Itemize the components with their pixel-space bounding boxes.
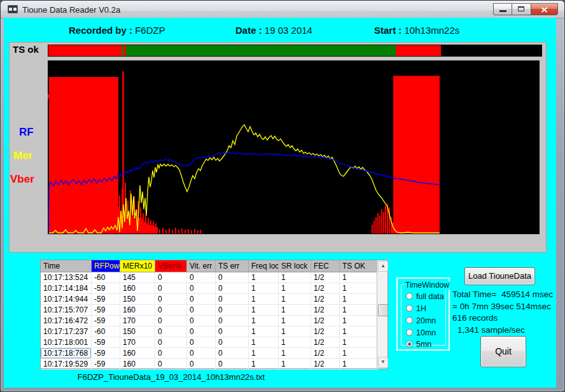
table-cell[interactable]: 1 (249, 359, 279, 370)
maximize-button[interactable] (512, 3, 531, 15)
table-cell[interactable]: 10:17:15:707 (41, 305, 92, 316)
table-cell[interactable]: 1 (279, 294, 311, 305)
column-header[interactable]: TS err (216, 260, 249, 272)
table-row[interactable]: 10:17:14:944-59150000111/21 (41, 294, 387, 305)
table-cell[interactable]: 1/2 (311, 359, 340, 370)
table-cell[interactable]: 170 (120, 316, 155, 326)
table-row[interactable]: 10:17:17:237-60150000111/21 (41, 326, 387, 337)
table-cell[interactable]: 1 (279, 305, 311, 316)
table-cell[interactable]: 1 (340, 326, 378, 337)
table-cell[interactable]: 1/2 (311, 337, 340, 348)
table-cell[interactable]: 1 (340, 283, 378, 294)
table-cell[interactable]: 0 (216, 359, 249, 370)
table-cell[interactable]: 0 (216, 348, 249, 359)
table-cell[interactable]: 150 (120, 294, 155, 305)
table-cell[interactable]: 10:17:18:768 (41, 348, 92, 359)
table-cell[interactable]: 1/2 (311, 294, 340, 305)
table-cell[interactable]: -59 (92, 316, 120, 326)
table-cell[interactable]: 160 (120, 348, 155, 359)
table-cell[interactable]: 0 (187, 272, 216, 283)
table-cell[interactable]: 1 (249, 294, 279, 305)
table-cell[interactable]: 0 (187, 283, 216, 294)
table-cell[interactable]: 1 (340, 337, 378, 348)
table-cell[interactable]: 1/2 (311, 283, 340, 294)
table-cell[interactable]: 0 (155, 348, 187, 359)
table-cell[interactable]: 1 (279, 359, 311, 370)
table-cell[interactable]: 1 (249, 337, 279, 348)
scrollbar-thumb[interactable] (378, 304, 388, 316)
minimize-button[interactable] (493, 3, 512, 15)
radio-icon[interactable] (406, 317, 413, 324)
radio-selected-icon[interactable] (406, 340, 413, 347)
column-header[interactable]: VBer% (155, 260, 187, 272)
table-cell[interactable]: -60 (92, 272, 120, 283)
table-cell[interactable]: 160 (120, 305, 155, 316)
table-cell[interactable]: 1 (340, 348, 378, 359)
table-cell[interactable]: 0 (187, 316, 216, 326)
load-tiounedata-button[interactable]: Load TiouneData (464, 267, 535, 285)
table-cell[interactable]: 1 (279, 326, 311, 337)
quit-button[interactable]: Quit (480, 336, 526, 367)
column-header[interactable]: RFPower (92, 260, 120, 272)
table-cell[interactable]: 10:17:14:944 (41, 294, 92, 305)
table-cell[interactable]: 1 (249, 326, 279, 337)
scroll-down-icon[interactable]: ▼ (378, 357, 388, 368)
scroll-up-icon[interactable]: ▲ (378, 261, 388, 272)
table-cell[interactable]: 170 (120, 337, 155, 348)
table-cell[interactable]: 1/2 (311, 348, 340, 359)
table-cell[interactable]: 0 (155, 294, 187, 305)
table-row[interactable]: 10:17:16:472-59170000111/21 (41, 316, 387, 326)
radio-icon[interactable] (406, 329, 413, 336)
table-cell[interactable]: -60 (92, 326, 120, 337)
column-header[interactable]: SR lock (279, 260, 311, 272)
table-cell[interactable]: 10:17:17:237 (41, 326, 92, 337)
close-button[interactable] (531, 3, 558, 15)
table-row[interactable]: 10:17:19:529-59160000111/21 (41, 359, 387, 370)
table-cell[interactable]: 0 (155, 272, 187, 283)
column-header[interactable]: Freq lock (249, 260, 279, 272)
table-cell[interactable]: 1/2 (311, 305, 340, 316)
table-cell[interactable]: -59 (92, 305, 120, 316)
table-cell[interactable]: 145 (120, 272, 155, 283)
table-row[interactable]: 10:17:13:524-60145000111/21 (41, 272, 387, 283)
column-header[interactable]: Vit. err (187, 260, 216, 272)
table-cell[interactable]: -59 (92, 359, 120, 370)
table-row[interactable]: 10:17:18:768-59160000111/21 (41, 348, 387, 359)
table-cell[interactable]: 0 (155, 305, 187, 316)
table-cell[interactable]: 1 (279, 272, 311, 283)
table-scrollbar[interactable]: ▲ ▼ (377, 260, 387, 368)
table-cell[interactable]: 1 (279, 283, 311, 294)
table-cell[interactable]: 1 (249, 272, 279, 283)
table-cell[interactable]: 10:17:13:524 (41, 272, 92, 283)
table-cell[interactable]: 1 (249, 283, 279, 294)
table-cell[interactable]: 0 (187, 294, 216, 305)
table-row[interactable]: 10:17:14:184-59160000111/21 (41, 283, 387, 294)
table-cell[interactable]: 10:17:18:001 (41, 337, 92, 348)
table-cell[interactable]: 1 (249, 316, 279, 326)
table-cell[interactable]: -59 (92, 294, 120, 305)
table-cell[interactable]: 0 (155, 359, 187, 370)
table-cell[interactable]: 0 (187, 326, 216, 337)
table-cell[interactable]: 1/2 (311, 316, 340, 326)
table-cell[interactable]: 1 (279, 337, 311, 348)
table-cell[interactable]: 0 (155, 316, 187, 326)
table-cell[interactable]: 0 (155, 337, 187, 348)
table-cell[interactable]: 10:17:16:472 (41, 316, 92, 326)
table-cell[interactable]: -59 (92, 283, 120, 294)
table-cell[interactable]: 10:17:14:184 (41, 283, 92, 294)
table-cell[interactable]: 1 (249, 305, 279, 316)
table-cell[interactable]: 1 (340, 316, 378, 326)
column-header[interactable]: MERx10 (120, 260, 155, 272)
table-row[interactable]: 10:17:15:707-59160000111/21 (41, 305, 387, 316)
table-cell[interactable]: 0 (216, 305, 249, 316)
table-cell[interactable]: 0 (216, 316, 249, 326)
column-header[interactable]: TS OK (340, 260, 378, 272)
table-cell[interactable]: 0 (155, 326, 187, 337)
table-cell[interactable]: 0 (216, 294, 249, 305)
table-row[interactable]: 10:17:18:001-59170000111/21 (41, 337, 387, 348)
table-cell[interactable]: 0 (216, 337, 249, 348)
radio-icon[interactable] (406, 293, 413, 300)
table-cell[interactable]: 0 (187, 348, 216, 359)
table-cell[interactable]: 0 (216, 283, 249, 294)
table-cell[interactable]: 1 (340, 359, 378, 370)
